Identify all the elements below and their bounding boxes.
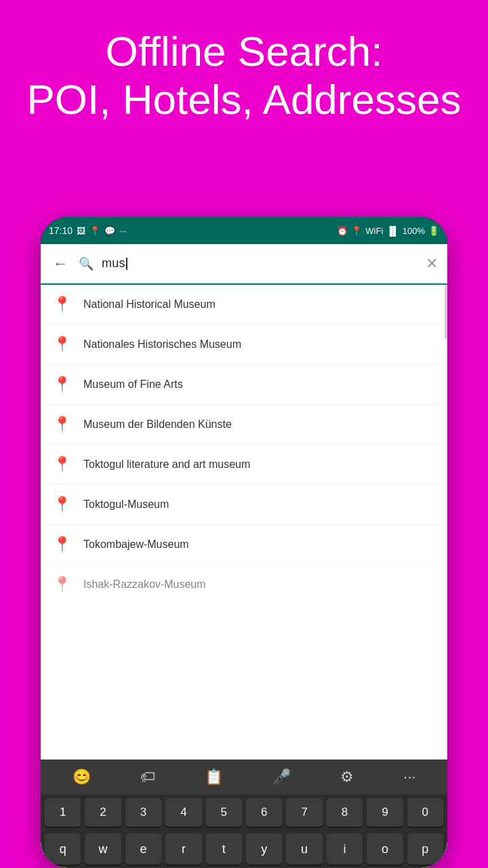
status-time: 17:10 [49,225,73,236]
location-pin-icon: 📍 [53,576,71,593]
key-i[interactable]: i [327,833,363,865]
key-5[interactable]: 5 [206,798,242,827]
alarm-icon: ⏰ [337,226,348,236]
location-pin-icon: 📍 [53,376,71,393]
image-icon: 🖼 [77,226,85,236]
signal-icon: ▐▌ [386,226,399,236]
key-8[interactable]: 8 [327,798,363,827]
key-q[interactable]: q [45,833,81,865]
key-r[interactable]: r [165,833,201,865]
key-7[interactable]: 7 [286,798,322,827]
status-bar: 17:10 🖼 📍 💬 ··· ⏰ 📍 WiFi ▐▌ 100% 🔋 [41,217,447,244]
key-9[interactable]: 9 [367,798,403,827]
location-pin-icon: 📍 [53,336,71,353]
header-line2: POI, Hotels, Addresses [14,75,474,123]
location-pin-icon: 📍 [53,536,71,553]
keyboard-toolbar: 😊 🏷 📋 🎤 ⚙ ··· [41,760,447,795]
keyboard-area: 😊 🏷 📋 🎤 ⚙ ··· 1 2 3 4 5 6 7 8 9 0 [41,760,447,868]
list-item[interactable]: 📍 Ishak-Razzakov-Museum [41,565,447,604]
key-o[interactable]: o [367,833,403,865]
settings-key[interactable]: ⚙ [333,764,361,790]
result-name: Ishak-Razzakov-Museum [83,578,435,591]
list-item[interactable]: 📍 Toktogul-Museum [41,485,447,525]
result-name: Toktogul literature and art museum [83,458,435,471]
key-y[interactable]: y [246,833,282,865]
phone-frame: 17:10 🖼 📍 💬 ··· ⏰ 📍 WiFi ▐▌ 100% 🔋 ← 🔍 m… [41,217,447,868]
list-item[interactable]: 📍 National Historical Museum [41,285,447,325]
scroll-indicator [445,285,447,339]
sticker-key[interactable]: 🏷 [134,764,162,790]
header-text: Offline Search: POI, Hotels, Addresses [0,27,488,124]
key-1[interactable]: 1 [45,798,81,827]
location-pin-icon: 📍 [53,496,71,513]
result-name: Museum der Bildenden Künste [83,418,435,431]
list-item[interactable]: 📍 Toktogul literature and art museum [41,445,447,485]
key-e[interactable]: e [125,833,161,865]
key-3[interactable]: 3 [125,798,161,827]
header-line1: Offline Search: [14,27,474,75]
key-w[interactable]: w [85,833,121,865]
key-2[interactable]: 2 [85,798,121,827]
poi-icon: 📍 [89,226,100,236]
key-0[interactable]: 0 [407,798,443,827]
location-icon: 📍 [351,226,362,236]
location-pin-icon: 📍 [53,296,71,313]
result-name: Museum of Fine Arts [83,378,435,391]
clipboard-key[interactable]: 📋 [198,764,230,790]
key-6[interactable]: 6 [246,798,282,827]
emoji-key[interactable]: 😊 [66,764,98,790]
results-list: 📍 National Historical Museum 📍 Nationale… [41,285,447,604]
result-name: Toktogul-Museum [83,498,435,511]
key-u[interactable]: u [286,833,322,865]
more-icon: ··· [119,226,127,236]
battery-icon: 🔋 [428,226,439,236]
number-row: 1 2 3 4 5 6 7 8 9 0 [41,795,447,830]
whatsapp-icon: 💬 [104,226,115,236]
list-item[interactable]: 📍 Museum der Bildenden Künste [41,405,447,445]
phone-screen: ← 🔍 mus ✕ 📍 National Historical Museum 📍… [41,244,447,868]
search-bar[interactable]: ← 🔍 mus ✕ [41,244,447,283]
list-item[interactable]: 📍 Nationales Historisches Museum [41,325,447,365]
key-4[interactable]: 4 [165,798,201,827]
result-name: National Historical Museum [83,298,435,311]
microphone-key[interactable]: 🎤 [266,764,298,790]
result-name: Tokombajew-Museum [83,538,435,551]
location-pin-icon: 📍 [53,456,71,473]
search-input[interactable]: mus [102,256,418,271]
result-name: Nationales Historisches Museum [83,338,435,351]
back-button[interactable]: ← [50,252,70,275]
wifi-icon: WiFi [365,226,383,236]
key-t[interactable]: t [206,833,242,865]
list-item[interactable]: 📍 Museum of Fine Arts [41,365,447,405]
location-pin-icon: 📍 [53,416,71,433]
key-p[interactable]: p [407,833,443,865]
more-key[interactable]: ··· [396,764,422,790]
letter-row-1: q w e r t y u i o p [41,830,447,868]
list-item[interactable]: 📍 Tokombajew-Museum [41,525,447,565]
clear-button[interactable]: ✕ [426,255,438,273]
battery-percent: 100% [403,226,425,236]
search-icon: 🔍 [79,256,94,271]
